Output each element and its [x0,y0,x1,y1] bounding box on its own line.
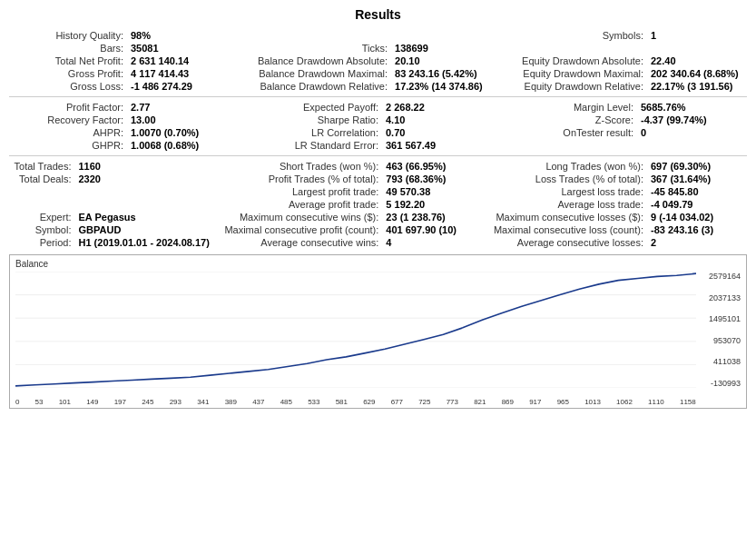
table-row: Period: H1 (2019.01.01 - 2024.08.17) Ave… [9,236,747,249]
label: LR Standard Error: [264,139,382,152]
value: 98% [127,29,227,42]
label: GHPR: [9,139,127,152]
label: Average consecutive losses: [490,236,647,249]
label: Maximal consecutive profit (count): [221,223,382,236]
label: Expected Payoff: [264,101,382,114]
x-label: 869 [502,398,514,406]
label: Recovery Factor: [9,114,127,126]
value: 463 (66.95%) [382,160,482,173]
value: 1 [647,29,747,42]
label: Largest loss trade: [490,185,647,198]
value: 4.10 [382,114,492,126]
label: Balance Drawdown Absolute: [254,54,391,67]
table-row: Recovery Factor: 13.00 Sharpe Ratio: 4.1… [9,114,747,126]
label [518,42,647,54]
label: OnTester result: [519,126,637,139]
x-label: 965 [557,398,569,406]
value: 22.17% (3 191.56) [647,80,747,93]
value: 2 631 140.14 [127,54,227,67]
value: 1.0070 (0.70%) [127,126,237,139]
label: Equity Drawdown Absolute: [518,54,647,67]
value: 22.40 [647,54,747,67]
value: 2320 [75,173,213,185]
value: -4.37 (99.74%) [637,114,747,126]
x-label: 917 [529,398,541,406]
table-row: Total Net Profit: 2 631 140.14 Balance D… [9,54,747,67]
x-label: 821 [474,398,486,406]
table-row: AHPR: 1.0070 (0.70%) LR Correlation: 0.7… [9,126,747,139]
x-label: 773 [447,398,458,406]
label: Bars: [9,42,127,54]
x-label: 677 [391,398,403,406]
value: 83 243.16 (5.42%) [391,67,491,80]
table-row: Bars: 35081 Ticks: 138699 [9,42,747,54]
label: Period: [9,236,75,249]
value: 9 (-14 034.02) [647,211,747,223]
label: Profit Trades (% of total): [221,173,382,185]
label: Expert: [9,211,75,223]
page-title: Results [9,7,747,22]
table-row: Total Trades: 1160 Short Trades (won %):… [9,160,747,173]
table-row: History Quality: 98% Symbols: 1 [9,29,747,42]
y-label: 2579164 [709,272,741,281]
label [519,139,637,152]
table-row: Profit Factor: 2.77 Expected Payoff: 2 2… [9,101,747,114]
value: 5 192.20 [382,198,482,211]
label: History Quality: [9,29,127,42]
value: 361 567.49 [382,139,492,152]
value: 35081 [127,42,227,54]
value [391,29,491,42]
value: -83 243.16 (3) [647,223,747,236]
table-row: GHPR: 1.0068 (0.68%) LR Standard Error: … [9,139,747,152]
x-label: 581 [336,398,348,406]
x-label: 389 [225,398,237,406]
value: -45 845.80 [647,185,747,198]
value: 0 [637,126,747,139]
label: Total Deals: [9,173,75,185]
label: Gross Profit: [9,67,127,80]
label [254,29,391,42]
label: Short Trades (won %): [221,160,382,173]
label: Loss Trades (% of total): [490,173,647,185]
value: 138699 [391,42,491,54]
label: Ticks: [254,42,391,54]
section2-table: Profit Factor: 2.77 Expected Payoff: 2 2… [9,101,747,152]
x-label: 245 [142,398,153,406]
label: Maximal consecutive loss (count): [490,223,647,236]
label: Total Net Profit: [9,54,127,67]
value: 17.23% (14 374.86) [391,80,491,93]
y-axis: 2579164 2037133 1495101 953070 411038 -1… [693,272,741,388]
value: 697 (69.30%) [647,160,747,173]
label: Maximum consecutive wins ($): [221,211,382,223]
value: -1 486 274.29 [127,80,227,93]
chart-svg-area [15,272,696,388]
value: 1.0068 (0.68%) [127,139,237,152]
section3-table: Total Trades: 1160 Short Trades (won %):… [9,160,747,249]
table-row: Expert: EA Pegasus Maximum consecutive w… [9,211,747,223]
value: 401 697.90 (10) [382,223,482,236]
label: Gross Loss: [9,80,127,93]
x-label: 629 [363,398,375,406]
divider2 [9,155,747,156]
x-label: 149 [86,398,98,406]
x-label: 1110 [648,398,664,406]
x-label: 101 [59,398,71,406]
x-label: 1013 [584,398,601,406]
label: Profit Factor: [9,101,127,114]
section1-table: History Quality: 98% Symbols: 1 Bars: 35… [9,29,747,93]
balance-chart: Balance 2579164 2037133 1495101 953070 4… [9,254,747,409]
value: 4 [382,236,482,249]
chart-label: Balance [15,259,48,269]
y-label: -130993 [711,379,741,388]
label: Z-Score: [519,114,637,126]
label: Long Trades (won %): [490,160,647,173]
label: Margin Level: [519,101,637,114]
table-row: Gross Loss: -1 486 274.29 Balance Drawdo… [9,80,747,93]
label: Average loss trade: [490,198,647,211]
x-label: 1158 [680,398,696,406]
label: Average consecutive wins: [221,236,382,249]
label: Total Trades: [9,160,75,173]
value: 13.00 [127,114,237,126]
label: AHPR: [9,126,127,139]
value: EA Pegasus [75,211,213,223]
